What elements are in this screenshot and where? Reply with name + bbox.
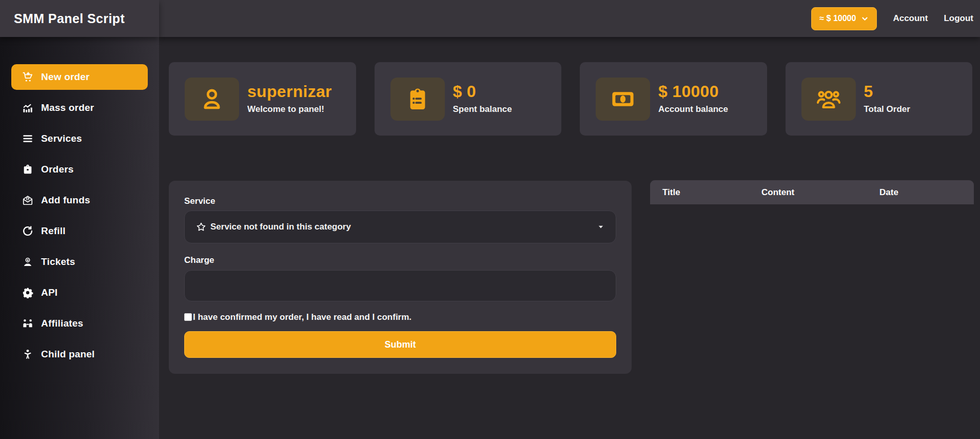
confirm-label: I have confirmed my order, I have read a… bbox=[193, 312, 411, 322]
column-content: Content bbox=[749, 187, 867, 198]
confirm-row: I have confirmed my order, I have read a… bbox=[184, 312, 616, 322]
sidebar-item-label: Orders bbox=[41, 164, 74, 175]
sidebar-item-new-order[interactable]: New order bbox=[11, 64, 148, 90]
cart-plus-icon bbox=[22, 71, 33, 83]
sidebar-item-refill[interactable]: Refill bbox=[11, 218, 148, 244]
stat-value: $ 0 bbox=[453, 83, 512, 101]
chart-bars-icon bbox=[22, 102, 33, 113]
star-icon bbox=[196, 222, 206, 232]
sidebar-item-label: Refill bbox=[41, 225, 66, 237]
brand: SMM Panel Script bbox=[0, 0, 159, 37]
stat-value: 5 bbox=[864, 83, 910, 101]
sidebar-item-label: Add funds bbox=[41, 195, 90, 206]
user-icon bbox=[185, 78, 239, 121]
chevron-down-icon bbox=[861, 15, 869, 23]
balance-label: ≈ $ 10000 bbox=[819, 14, 856, 23]
balance-dropdown-button[interactable]: ≈ $ 10000 bbox=[811, 7, 877, 30]
sidebar-item-label: Child panel bbox=[41, 349, 95, 360]
submit-button[interactable]: Submit bbox=[184, 331, 616, 358]
main-content: supernizar Welcome to panel! $ 0 Spent b… bbox=[159, 37, 980, 439]
gear-icon bbox=[22, 287, 33, 298]
column-title: Title bbox=[650, 187, 749, 198]
stat-value: $ 10000 bbox=[658, 83, 728, 101]
sidebar: SMM Panel Script New order Mass order Se… bbox=[0, 0, 159, 439]
service-selected-value: Service not found in this category bbox=[210, 222, 351, 232]
sidebar-item-label: API bbox=[41, 287, 57, 298]
column-date: Date bbox=[867, 187, 974, 198]
sidebar-item-child-panel[interactable]: Child panel bbox=[11, 341, 148, 367]
sidebar-item-add-funds[interactable]: Add funds bbox=[11, 187, 148, 213]
stat-label: Total Order bbox=[864, 104, 910, 114]
sidebar-item-label: Services bbox=[41, 133, 82, 144]
sidebar-item-mass-order[interactable]: Mass order bbox=[11, 95, 148, 121]
service-label: Service bbox=[184, 196, 616, 206]
stat-label: Account balance bbox=[658, 104, 728, 114]
confirm-checkbox[interactable] bbox=[184, 313, 192, 321]
sidebar-item-api[interactable]: API bbox=[11, 280, 148, 306]
child-icon bbox=[22, 349, 33, 360]
sidebar-item-label: New order bbox=[41, 71, 90, 83]
sidebar-item-services[interactable]: Services bbox=[11, 126, 148, 151]
clipboard-icon bbox=[390, 78, 445, 121]
updates-table: Title Content Date bbox=[650, 180, 974, 204]
user-ticket-icon bbox=[22, 256, 33, 268]
sidebar-item-tickets[interactable]: Tickets bbox=[11, 249, 148, 275]
new-order-form: Service Service not found in this catego… bbox=[169, 181, 632, 374]
sidebar-item-label: Affiliates bbox=[41, 318, 83, 329]
sidebar-item-label: Tickets bbox=[41, 256, 75, 268]
charge-label: Charge bbox=[184, 255, 616, 265]
stat-cards: supernizar Welcome to panel! $ 0 Spent b… bbox=[169, 62, 972, 136]
sidebar-item-affiliates[interactable]: Affiliates bbox=[11, 311, 148, 336]
stat-label: Welcome to panel! bbox=[247, 104, 332, 114]
sidebar-nav: New order Mass order Services Orders bbox=[0, 37, 159, 367]
users-icon bbox=[801, 78, 856, 121]
stat-card-total-order: 5 Total Order bbox=[786, 62, 973, 136]
stat-card-spent-balance: $ 0 Spent balance bbox=[375, 62, 562, 136]
account-link[interactable]: Account bbox=[893, 13, 928, 24]
table-header: Title Content Date bbox=[650, 180, 974, 204]
caret-down-icon bbox=[597, 223, 604, 231]
service-select[interactable]: Service not found in this category bbox=[184, 211, 616, 243]
money-icon bbox=[596, 78, 650, 121]
people-icon bbox=[22, 318, 33, 329]
envelope-dollar-icon bbox=[22, 195, 33, 206]
stat-card-account-balance: $ 10000 Account balance bbox=[580, 62, 767, 136]
brand-title: SMM Panel Script bbox=[14, 11, 125, 26]
logout-link[interactable]: Logout bbox=[944, 13, 973, 24]
sync-icon bbox=[22, 225, 33, 237]
sidebar-item-orders[interactable]: Orders bbox=[11, 157, 148, 182]
stat-value: supernizar bbox=[247, 83, 332, 101]
stat-label: Spent balance bbox=[453, 104, 512, 114]
briefcase-icon bbox=[22, 164, 33, 175]
charge-input[interactable] bbox=[184, 270, 616, 301]
topbar: ≈ $ 10000 Account Logout bbox=[159, 0, 980, 37]
list-icon bbox=[22, 133, 33, 144]
stat-card-welcome: supernizar Welcome to panel! bbox=[169, 62, 356, 136]
sidebar-item-label: Mass order bbox=[41, 102, 94, 113]
